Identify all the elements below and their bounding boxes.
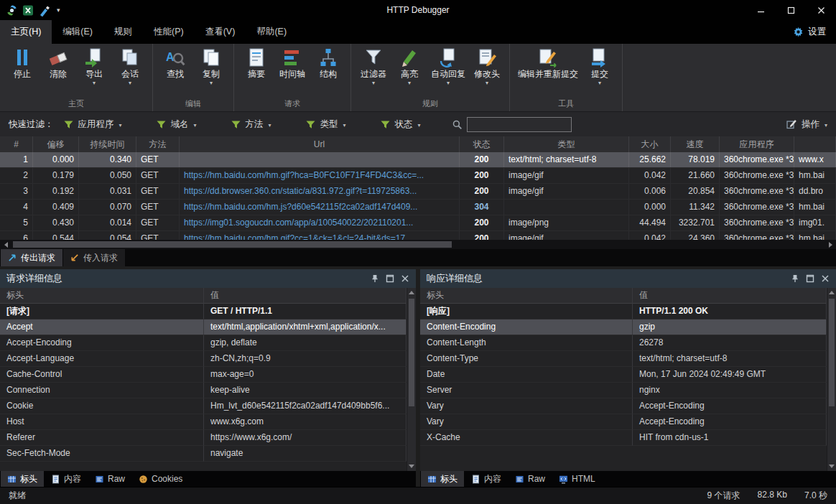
quick-access-chevron-icon[interactable]: ▾ <box>55 6 60 14</box>
filter-status[interactable]: 状态▾ <box>381 118 421 131</box>
table-row[interactable]: 60.5440.054GEThttps://hm.baidu.com/hm.gi… <box>0 231 836 240</box>
edit-and-resubmit-button[interactable]: 编辑并重新提交 <box>514 46 582 97</box>
scrollbar-track[interactable] <box>827 297 836 462</box>
scroll-right-button[interactable] <box>825 240 836 249</box>
close-panel-icon[interactable] <box>821 274 830 283</box>
tab-incoming-requests[interactable]: 传入请求 <box>63 249 125 266</box>
column-header-domain[interactable] <box>794 136 836 152</box>
header-row[interactable]: Content-Typetext/html; charset=utf-8 <box>420 351 827 367</box>
tab-content[interactable]: 内容 <box>45 471 88 487</box>
scroll-down-button[interactable] <box>407 462 416 471</box>
filter-type[interactable]: 类型▾ <box>306 118 346 131</box>
scrollbar-track[interactable] <box>407 297 416 462</box>
column-header-size[interactable]: 大小 <box>629 136 671 152</box>
header-row[interactable]: Hostwww.x6g.com <box>0 414 407 430</box>
header-row[interactable]: VaryAccept-Encoding <box>420 398 827 414</box>
timeline-button[interactable]: 时间轴 <box>274 46 310 97</box>
highlight-button[interactable]: 高亮▾ <box>391 46 427 97</box>
menu-tab-rules[interactable]: 规则 <box>103 20 143 44</box>
settings-button[interactable]: 设置 <box>783 20 836 44</box>
tab-raw[interactable]: Raw <box>508 471 552 487</box>
vertical-scrollbar[interactable] <box>407 288 416 471</box>
vertical-scrollbar[interactable] <box>827 288 836 471</box>
tab-outgoing-requests[interactable]: 传出请求 <box>1 249 62 266</box>
header-row[interactable]: Servernginx <box>420 383 827 398</box>
column-header-status[interactable]: 状态 <box>460 136 504 152</box>
column-header-url[interactable]: Url <box>180 136 460 152</box>
auto-reply-button[interactable]: 自动回复▾ <box>427 46 469 97</box>
header-row[interactable]: Accept-Languagezh-CN,zh;q=0.9 <box>0 351 407 367</box>
scrollbar-thumb[interactable] <box>409 299 414 406</box>
maximize-button[interactable] <box>776 0 806 20</box>
close-panel-icon[interactable] <box>401 274 409 283</box>
header-row[interactable]: Accept-Encodinggzip, deflate <box>0 335 407 351</box>
filter-application[interactable]: 应用程序▾ <box>64 118 122 131</box>
brush-icon[interactable] <box>39 4 51 17</box>
column-header-index[interactable]: # <box>0 136 33 152</box>
sessions-button[interactable]: 会话▾ <box>112 46 148 97</box>
header-row[interactable]: Content-Encodinggzip <box>420 319 827 335</box>
table-row[interactable]: 50.4300.014GEThttps://img01.sogoucdn.com… <box>0 215 836 231</box>
scroll-up-button[interactable] <box>827 288 836 297</box>
copy-button[interactable]: 复制▾ <box>193 46 229 97</box>
tab-headers[interactable]: 标头 <box>421 471 464 487</box>
header-row[interactable]: Refererhttps://www.x6g.com/ <box>0 430 407 446</box>
clear-button[interactable]: 清除 <box>40 46 76 97</box>
table-row[interactable]: 10.0000.340GET200text/html; charset=utf-… <box>0 152 836 168</box>
tab-raw[interactable]: Raw <box>88 471 131 487</box>
pin-icon[interactable] <box>371 274 379 283</box>
menu-tab-performance[interactable]: 性能(P) <box>143 20 195 44</box>
export-button[interactable]: 导出▾ <box>76 46 112 97</box>
menu-tab-help[interactable]: 帮助(E) <box>246 20 297 44</box>
menu-tab-edit[interactable]: 编辑(E) <box>52 20 103 44</box>
minimize-button[interactable] <box>746 0 776 20</box>
stop-button[interactable]: 停止 <box>4 46 40 97</box>
find-button[interactable]: A查找 <box>157 46 193 97</box>
tab-html[interactable]: HTML <box>552 471 602 487</box>
column-header-app[interactable]: 应用程序 <box>720 136 794 152</box>
menu-tab-view[interactable]: 查看(V) <box>195 20 246 44</box>
header-row[interactable]: Connectionkeep-alive <box>0 383 407 398</box>
header-row[interactable]: [请求]GET / HTTP/1.1 <box>0 304 407 319</box>
header-row[interactable]: Sec-Fetch-Modenavigate <box>0 446 407 462</box>
pin-icon[interactable] <box>791 274 799 283</box>
summary-button[interactable]: 摘要 <box>238 46 274 97</box>
scrollbar-thumb[interactable] <box>829 299 835 406</box>
column-header-type[interactable]: 类型 <box>504 136 629 152</box>
close-button[interactable] <box>806 0 836 20</box>
scrollbar-track[interactable] <box>11 240 825 249</box>
search-input[interactable] <box>467 117 572 132</box>
menu-tab-home[interactable]: 主页(H) <box>0 20 52 44</box>
header-row[interactable]: CookieHm_lvt_d60e542115f2ca02adf147d409b… <box>0 398 407 414</box>
filter-method[interactable]: 方法▾ <box>231 118 271 131</box>
header-row[interactable]: Content-Length26278 <box>420 335 827 351</box>
column-header-offset[interactable]: 偏移 <box>33 136 79 152</box>
header-row[interactable]: X-CacheHIT from cdn-us-1 <box>420 430 827 446</box>
column-header-duration[interactable]: 持续时间 <box>79 136 136 152</box>
actions-dropdown[interactable]: 操作 ▾ <box>786 118 827 131</box>
header-row[interactable]: [响应]HTTP/1.1 200 OK <box>420 304 827 319</box>
maximize-panel-icon[interactable] <box>386 274 394 283</box>
modify-headers-button[interactable]: 修改头▾ <box>469 46 505 97</box>
app-icon[interactable] <box>6 4 18 17</box>
scroll-up-button[interactable] <box>407 288 416 297</box>
filter-domain[interactable]: 域名▾ <box>157 118 197 131</box>
table-row[interactable]: 40.4090.070GEThttps://hm.baidu.com/hm.js… <box>0 200 836 215</box>
scroll-down-button[interactable] <box>827 462 836 471</box>
scrollbar-thumb[interactable] <box>13 241 452 248</box>
header-row[interactable]: Cache-Controlmax-age=0 <box>0 367 407 383</box>
column-header-method[interactable]: 方法 <box>136 136 180 152</box>
column-header-speed[interactable]: 速度 <box>671 136 720 152</box>
maximize-panel-icon[interactable] <box>806 274 814 283</box>
tab-content[interactable]: 内容 <box>465 471 508 487</box>
submit-button[interactable]: 提交▾ <box>582 46 618 97</box>
excel-export-icon[interactable] <box>22 4 34 17</box>
tab-headers[interactable]: 标头 <box>1 471 44 487</box>
header-row[interactable]: VaryAccept-Encoding <box>420 414 827 430</box>
tab-cookies[interactable]: Cookies <box>132 471 189 487</box>
header-row[interactable]: DateMon, 17 Jun 2024 02:49:49 GMT <box>420 367 827 383</box>
structure-button[interactable]: 结构 <box>310 46 346 97</box>
table-row[interactable]: 30.1920.031GEThttps://dd.browser.360.cn/… <box>0 184 836 200</box>
header-row[interactable]: Accepttext/html,application/xhtml+xml,ap… <box>0 319 407 335</box>
scroll-left-button[interactable] <box>0 240 11 249</box>
